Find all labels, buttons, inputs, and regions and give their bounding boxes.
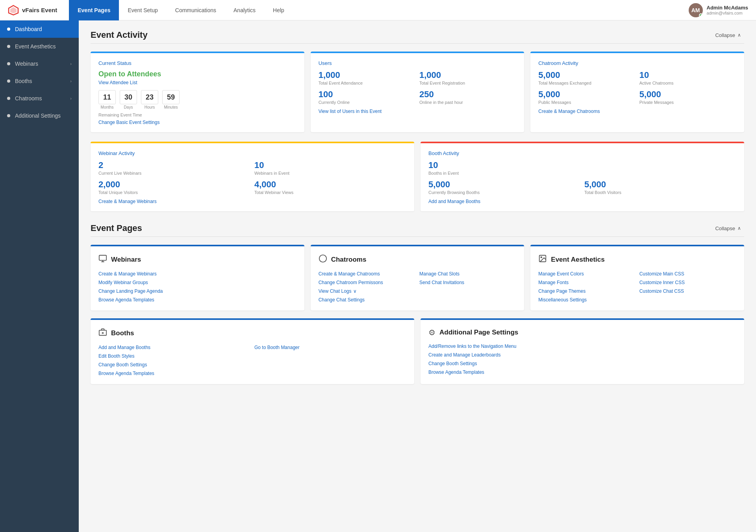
additional-settings-page-links: Add/Remove links to the Navigation Menu … <box>428 344 736 375</box>
nav-event-setup[interactable]: Event Setup <box>119 0 166 20</box>
miscellaneous-settings-link[interactable]: Miscellaneous Settings <box>538 297 635 303</box>
nav-analytics[interactable]: Analytics <box>225 0 264 20</box>
view-chat-logs-link[interactable]: View Chat Logs ∨ <box>319 288 415 294</box>
stat-label-live-webinars: Current Live Webinars <box>98 171 250 175</box>
edit-booth-styles-link[interactable]: Edit Booth Styles <box>98 353 250 359</box>
hours-box: 23 <box>141 90 158 104</box>
browse-agenda-templates-booths-link[interactable]: Browse Agenda Templates <box>98 371 250 376</box>
sidebar-item-booths[interactable]: Booths › <box>0 72 79 90</box>
stat-online-past-hour: 250 Online in the past hour <box>419 89 516 105</box>
current-status-card: Current Status Open to Attendees View At… <box>91 52 304 132</box>
user-email: admin@vfairs.com <box>707 11 748 15</box>
chevron-up-icon: ∧ <box>737 225 741 231</box>
stat-value-browsing: 5,000 <box>428 179 580 190</box>
add-remove-nav-links[interactable]: Add/Remove links to the Navigation Menu <box>428 344 736 349</box>
view-attendee-list-link[interactable]: View Attendee List <box>98 80 296 85</box>
stat-value-live-webinars: 2 <box>98 160 250 170</box>
booths-page-links: Add and Manage Booths Go to Booth Manage… <box>98 345 406 376</box>
change-chatroom-permissions-link[interactable]: Change Chatroom Permissons <box>319 280 415 285</box>
stat-total-registration: 1,000 Total Event Registration <box>419 70 516 85</box>
modify-webinar-groups-link[interactable]: Modify Webinar Groups <box>98 280 296 285</box>
event-pages-collapse-btn[interactable]: Collapse ∧ <box>712 224 744 233</box>
stat-label-public-msgs: Public Messages <box>538 100 635 105</box>
webinars-page-header: Webinars <box>98 254 296 265</box>
stat-total-booth-visitors: 5,000 Total Booth Visitors <box>584 179 736 195</box>
logo-icon <box>8 5 19 16</box>
sidebar-item-webinars[interactable]: Webinars › <box>0 55 79 72</box>
stat-public-messages: 5,000 Public Messages <box>538 89 635 105</box>
manage-chat-slots-link[interactable]: Manage Chat Slots <box>419 271 516 277</box>
event-pages-header: Event Pages Collapse ∧ <box>91 223 744 233</box>
countdown-months: 11 Months <box>98 90 116 109</box>
additional-settings-page-title: Additional Page Settings <box>439 329 518 336</box>
sidebar-item-event-aesthetics[interactable]: Event Aesthetics <box>0 38 79 55</box>
browse-agenda-templates-webinars-link[interactable]: Browse Agenda Templates <box>98 297 296 303</box>
stat-value-webinar-views: 4,000 <box>254 179 406 190</box>
sidebar-label-dashboard: Dashboard <box>15 26 72 32</box>
change-booth-settings-additional-link[interactable]: Change Booth Settings <box>428 361 736 366</box>
sidebar-item-additional-settings[interactable]: Additional Settings <box>0 107 79 124</box>
monitor-icon <box>98 254 107 265</box>
logo-text: vFairs Event <box>22 7 57 13</box>
event-activity-collapse-btn[interactable]: Collapse ∧ <box>712 31 744 40</box>
change-booth-settings-link[interactable]: Change Booth Settings <box>98 362 250 368</box>
create-manage-leaderboards-link[interactable]: Create and Manage Leaderboards <box>428 352 736 358</box>
dropdown-arrow-icon: ∨ <box>353 288 357 294</box>
customize-chat-css-link[interactable]: Customize Chat CSS <box>639 288 736 294</box>
sidebar-dot-chatrooms <box>7 97 10 100</box>
view-users-link[interactable]: View list of Users in this Event <box>319 109 517 114</box>
stat-active-chatrooms: 10 Active Chatrooms <box>639 70 736 85</box>
customize-inner-css-link[interactable]: Customize Inner CSS <box>639 280 736 285</box>
stat-webinars-in-event: 10 Webinars in Event <box>254 160 406 175</box>
aesthetics-page-header: Event Aesthetics <box>538 254 736 265</box>
browse-agenda-templates-additional-link[interactable]: Browse Agenda Templates <box>428 369 736 375</box>
change-basic-settings-link[interactable]: Change Basic Event Settings <box>98 120 296 125</box>
activity-cards-bottom: Webinar Activity 2 Current Live Webinars… <box>91 142 744 211</box>
create-manage-webinars-page-link[interactable]: Create & Manage Webinars <box>98 271 296 277</box>
countdown: 11 Months 30 Days 23 Hours 59 Minutes <box>98 90 296 109</box>
event-status: Open to Attendees <box>98 70 296 78</box>
svg-rect-2 <box>99 255 106 260</box>
change-page-themes-link[interactable]: Change Page Themes <box>538 288 635 294</box>
sidebar-dot-webinars <box>7 62 10 65</box>
nav-help[interactable]: Help <box>264 0 293 20</box>
months-label: Months <box>98 105 116 109</box>
avatar-initials: AM <box>691 7 700 13</box>
add-manage-booths-page-link[interactable]: Add and Manage Booths <box>98 345 250 350</box>
customize-main-css-link[interactable]: Customize Main CSS <box>639 271 736 277</box>
avatar[interactable]: AM <box>689 3 703 17</box>
stat-label-booth-visitors: Total Booth Visitors <box>584 190 736 195</box>
top-nav: vFairs Event Event Pages Event Setup Com… <box>0 0 756 20</box>
change-chat-settings-link[interactable]: Change Chat Settings <box>319 297 415 303</box>
stat-value-booths-in-event: 10 <box>428 160 580 170</box>
sidebar-item-chatrooms[interactable]: Chatrooms › <box>0 90 79 107</box>
nav-communications[interactable]: Communications <box>167 0 225 20</box>
online-status-dot <box>699 13 703 17</box>
stat-label-unique-visitors: Total Unique Visitors <box>98 190 250 195</box>
create-manage-chatrooms-page-link[interactable]: Create & Manage Chatrooms <box>319 271 415 277</box>
stat-unique-visitors: 2,000 Total Unique Visitors <box>98 179 250 195</box>
manage-fonts-link[interactable]: Manage Fonts <box>538 280 635 285</box>
activity-cards-top: Current Status Open to Attendees View At… <box>91 52 744 132</box>
booths-page-header: Booths <box>98 328 406 338</box>
send-chat-invitations-link[interactable]: Send Chat Invitations <box>419 280 516 285</box>
aesthetics-page-card: Event Aesthetics Manage Event Colors Cus… <box>530 245 744 310</box>
create-manage-webinars-link[interactable]: Create & Manage Webinars <box>98 199 406 204</box>
pages-cards-bottom: Booths Add and Manage Booths Go to Booth… <box>91 318 744 384</box>
stat-label-registration: Total Event Registration <box>419 81 516 85</box>
stat-browsing-booths-val: 5,000 Currently Browsing Booths <box>428 179 580 195</box>
create-manage-chatrooms-link[interactable]: Create & Manage Chatrooms <box>538 109 736 114</box>
sidebar: Dashboard Event Aesthetics Webinars › Bo… <box>0 20 79 532</box>
go-to-booth-manager-link[interactable]: Go to Booth Manager <box>254 345 406 350</box>
sidebar-item-dashboard[interactable]: Dashboard <box>0 20 79 38</box>
stat-label-attendance: Total Event Attendance <box>319 81 415 85</box>
app-body: Dashboard Event Aesthetics Webinars › Bo… <box>0 20 756 532</box>
pages-cards-top: Webinars Create & Manage Webinars Modify… <box>91 245 744 310</box>
manage-event-colors-link[interactable]: Manage Event Colors <box>538 271 635 277</box>
stat-label-past-hour: Online in the past hour <box>419 100 516 105</box>
stat-label-booths-in-event: Booths in Event <box>428 171 580 175</box>
current-status-label: Current Status <box>98 60 296 66</box>
change-landing-agenda-link[interactable]: Change Landing Page Agenda <box>98 288 296 294</box>
add-manage-booths-link[interactable]: Add and Manage Booths <box>428 199 736 204</box>
nav-event-pages[interactable]: Event Pages <box>69 0 119 20</box>
